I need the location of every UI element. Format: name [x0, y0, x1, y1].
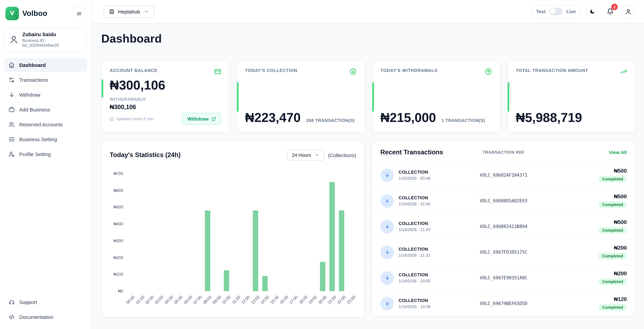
- sidebar-item-business-setting[interactable]: Business Setting: [4, 132, 87, 146]
- chart-x-tick-label: 01:00: [135, 294, 145, 305]
- sidebar-item-dashboard[interactable]: Dashboard: [4, 58, 87, 72]
- chart-bar: [253, 211, 258, 291]
- chart-x-tick-label: 18:00: [298, 294, 308, 305]
- sidebar: Volboo Zubairu Saidu Business ID: biz_63…: [0, 0, 92, 329]
- sidebar-item-label: Profile Setting: [19, 151, 51, 157]
- chevron-down-icon: [144, 9, 149, 14]
- chart-x-tick-label: 17:00: [288, 294, 299, 305]
- transaction-ref: VOLC_69680D5A82E93: [480, 198, 528, 203]
- balance-updated-text: Updated every 5 min: [116, 117, 154, 121]
- live-mode-label: Live: [566, 9, 576, 14]
- status-badge: Completed: [598, 253, 627, 259]
- period-select[interactable]: 24 Hours: [287, 149, 324, 161]
- chart-x-tick: 19:00: [308, 293, 318, 309]
- transaction-type: COLLECTION: [398, 298, 430, 303]
- stat-cards-row: ACCOUNT BALANCE ₦300,106 WITHDRAWABLE ₦3…: [101, 60, 636, 133]
- chart-x-tick: 17:00: [289, 293, 298, 309]
- arrow-down-circle-icon: [349, 68, 357, 75]
- card-accent-bar: [237, 82, 239, 112]
- chart-bar-column: [155, 174, 164, 291]
- sidebar-item-reserved-accounts[interactable]: Reserved Accounts: [4, 118, 87, 131]
- transaction-row[interactable]: COLLECTION 1/14/2026 · 14:36 VOLC_69679B…: [372, 290, 636, 316]
- transaction-datetime: 1/14/2026 · 21:31: [398, 253, 430, 258]
- transaction-type: COLLECTION: [398, 195, 430, 200]
- chart-x-tick: 12:00: [241, 293, 250, 309]
- transaction-amount: ₦200: [614, 270, 627, 277]
- chart-bar-column: [212, 174, 222, 291]
- chart-x-tick-label: 23:00: [346, 294, 356, 305]
- chart-plot: [126, 174, 356, 291]
- todays-withdrawals-card: TODAY'S WITHDRAWALS ₦215,000 1 TRANSACTI…: [372, 60, 500, 133]
- lower-panels-row: Today's Statistics (24h) 24 Hours (Colle…: [101, 141, 636, 318]
- transaction-amount: ₦500: [614, 219, 627, 225]
- recent-transactions-panel: Recent Transactions TRANSACTION REF View…: [371, 141, 636, 316]
- chart-x-tick-label: 20:00: [317, 294, 328, 305]
- status-badge: Completed: [598, 304, 627, 311]
- chart-x-tick: 21:00: [328, 293, 337, 309]
- transaction-row[interactable]: COLLECTION 1/14/2026 · 21:53 VOLC_696802…: [372, 213, 636, 239]
- storefront-icon: [109, 9, 114, 14]
- account-balance-value: ₦300,106: [110, 78, 222, 93]
- moon-icon: [589, 9, 596, 15]
- chart-y-tick-label: ₦100: [114, 272, 123, 277]
- chart-x-tick-label: 22:00: [336, 294, 347, 305]
- external-link-icon: [211, 117, 216, 121]
- transaction-row[interactable]: COLLECTION 1/15/2026 · 00:46 VOLC_69682A…: [372, 162, 636, 188]
- sidebar-item-documentation[interactable]: Documentation: [4, 310, 87, 323]
- chart-bar-column: [318, 174, 328, 291]
- mode-toggle[interactable]: [549, 8, 563, 15]
- chart-x-tick: 05:00: [174, 293, 184, 309]
- withdrawals-count: 1 TRANSACTION(S): [442, 118, 485, 123]
- transaction-row[interactable]: COLLECTION 1/14/2026 · 21:31 VOLC_6967FD…: [372, 239, 636, 265]
- business-user-card[interactable]: Zubairu Saidu Business ID: biz_6329443s6…: [5, 27, 86, 52]
- transaction-type: COLLECTION: [398, 221, 430, 226]
- chart-x-tick-label: 12:00: [240, 294, 251, 305]
- chart-x-tick: 20:00: [318, 293, 328, 309]
- chart-x-tick: 14:00: [260, 293, 270, 309]
- chart-x-tick-label: 19:00: [308, 294, 318, 305]
- notifications-button[interactable]: 3: [604, 5, 617, 18]
- chart-bar-column: [346, 174, 356, 291]
- test-mode-label: Test: [536, 9, 546, 14]
- transaction-amount: ₦500: [614, 168, 627, 174]
- sidebar-item-transactions[interactable]: Transactions: [4, 73, 87, 87]
- sidebar-item-add-business[interactable]: Add Business: [4, 103, 87, 116]
- chart-title: Today's Statistics (24h): [110, 151, 180, 159]
- topbar: Heptahub Test Live 3: [92, 0, 644, 23]
- sidebar-footer: Support Documentation: [0, 292, 91, 329]
- sidebar-item-withdraw[interactable]: Withdraw: [4, 88, 87, 101]
- transaction-amount: ₦120: [614, 296, 627, 302]
- chart-x-labels: 00:0001:0002:0003:0004:0005:0006:0007:00…: [126, 293, 356, 309]
- account-balance-card: ACCOUNT BALANCE ₦300,106 WITHDRAWABLE ₦3…: [101, 60, 230, 133]
- transaction-row[interactable]: COLLECTION 1/14/2026 · 20:05 VOLC_6967E9…: [372, 265, 636, 290]
- balance-updated-note: Updated every 5 min: [110, 117, 154, 121]
- chart-x-tick-label: 00:00: [125, 294, 136, 305]
- profile-button[interactable]: [622, 5, 634, 18]
- business-id: Business ID: biz_6329443s6ae28: [22, 38, 82, 48]
- main-content: Dashboard ACCOUNT BALANCE ₦300,106 WITHD…: [92, 23, 644, 329]
- chart-bar-column: [241, 174, 250, 291]
- sliders-icon: [8, 136, 15, 142]
- chart-bar-column: [308, 174, 318, 291]
- mode-toggle-knob: [550, 9, 556, 15]
- chart-bar: [224, 270, 229, 291]
- withdraw-button[interactable]: Withdraw: [182, 113, 222, 125]
- dark-mode-button[interactable]: [586, 5, 599, 18]
- status-badge: Completed: [598, 176, 627, 182]
- chart-x-tick: 09:00: [212, 293, 222, 309]
- sidebar-item-profile-setting[interactable]: Profile Setting: [4, 147, 87, 161]
- sidebar-item-support[interactable]: Support: [4, 295, 87, 309]
- chart-x-tick-label: 09:00: [212, 294, 222, 305]
- headset-icon: [8, 299, 15, 305]
- user-name: Zubairu Saidu: [22, 32, 82, 37]
- incoming-arrow-icon: [380, 168, 394, 182]
- transactions-title: Recent Transactions: [380, 149, 443, 156]
- business-selector[interactable]: Heptahub: [104, 5, 154, 18]
- chart-bar: [205, 211, 210, 291]
- transaction-amount: ₦200: [614, 245, 627, 251]
- sidebar-collapse-button[interactable]: [73, 8, 85, 20]
- sidebar-item-label: Reserved Accounts: [19, 121, 63, 127]
- transaction-row[interactable]: COLLECTION 1/14/2026 · 22:40 VOLC_69680D…: [372, 188, 636, 213]
- statistics-chart-card: Today's Statistics (24h) 24 Hours (Colle…: [101, 141, 364, 318]
- view-all-link[interactable]: View All: [609, 150, 627, 155]
